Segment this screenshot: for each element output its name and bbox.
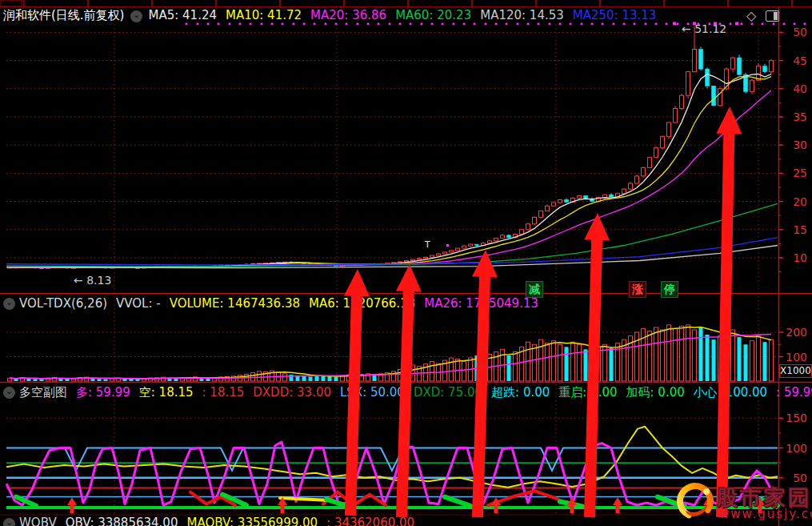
chart-signal-label: 停 (661, 281, 678, 298)
volume-header-item: MA26: 1775049.13 (424, 296, 538, 311)
axis-tick-label: 150 (780, 412, 807, 424)
title-bar: 润和软件(日线.前复权)MA5: 41.24MA10: 41.72MA20: 3… (3, 8, 674, 23)
axis-tick-label: 50 (780, 26, 807, 38)
obv-item: OBV: 33885634.00 (66, 516, 178, 526)
indicator-header-item: 小心: 100.00 (694, 385, 767, 400)
axis-tick-label: 35 (780, 110, 807, 123)
chart-signal-label: 涨 (629, 281, 646, 298)
indicator-panel-header: 多空副图多: 59.99空: 18.15: 18.15DXDD: 33.00LS… (19, 385, 812, 400)
indicator-header-item: : 18.15 (202, 385, 245, 400)
high-price-annotation: ← 51.12 (682, 22, 726, 35)
chevron-down-icon[interactable]: ⌄ (3, 518, 15, 526)
watermark: 股市家园 www.gusjy.com (674, 480, 812, 524)
axis-tick-label: 10 (780, 251, 807, 264)
indicator-header-item: 空: 18.15 (139, 385, 194, 400)
layout-panel-icon[interactable] (766, 10, 779, 22)
indicator-header-item: DXDD: 33.00 (253, 385, 331, 400)
indicator-header-item: DXD: 75.00 (414, 385, 482, 400)
axis-tick-label: 45 (780, 54, 807, 67)
trading-app-window: ⌄ 润和软件(日线.前复权)MA5: 41.24MA10: 41.72MA20:… (0, 0, 812, 526)
volume-header-item: VOL-TDX(6,26) (19, 296, 107, 311)
ma-value: MA250: 13.13 (573, 8, 657, 22)
watermark-logo-icon (674, 480, 716, 522)
obv-item: : 34362060.00 (326, 516, 414, 526)
axis-tick-label: 25 (780, 167, 807, 179)
text-layer: ⌄ 润和软件(日线.前复权)MA5: 41.24MA10: 41.72MA20:… (0, 0, 812, 526)
axis-tick-label: 30 (780, 139, 807, 151)
ma-value: MA60: 20.23 (395, 8, 471, 22)
volume-header-item: VOLUME: 1467436.38 (170, 296, 300, 311)
volume-unit-label: X1000 (779, 364, 812, 378)
ma-value: MA120: 14.53 (480, 8, 564, 22)
volume-header-item: VVOL: - (116, 296, 161, 311)
obv-item: MAOBV: 33556999.00 (186, 516, 318, 526)
obv-item: WOBV (19, 516, 57, 526)
indicator-header-item: : 59.99 (776, 385, 812, 400)
ma-values-row: MA5: 41.24MA10: 41.72MA20: 36.86MA60: 20… (148, 8, 665, 22)
axis-tick-label: 15 (780, 223, 807, 236)
indicator-header-item: 多: 59.99 (76, 385, 130, 400)
indicator-header-item: 重启: 0.00 (558, 385, 617, 400)
axis-tick-label: 200 (780, 326, 807, 339)
volume-header-item: MA6: 1620766.13 (309, 296, 415, 311)
indicator-header-item: LSX: 50.00 (340, 385, 405, 400)
obv-status-bar: WOBVOBV: 33885634.00MAOBV: 33556999.00: … (19, 516, 423, 526)
axis-tick-label: 40 (780, 82, 807, 95)
low-price-annotation: ← 8.13 (74, 274, 111, 287)
chart-signal-label: 减 (526, 281, 543, 298)
chevron-down-icon[interactable]: ⌄ (3, 387, 15, 399)
axis-tick-label: 20 (780, 195, 807, 208)
volume-panel-header: VOL-TDX(6,26)VVOL: -VOLUME: 1467436.38MA… (19, 296, 547, 311)
diamond-tool-icon[interactable]: ◇ (746, 8, 756, 23)
ma-value: MA10: 41.72 (226, 8, 302, 22)
indicator-header-item: 超跌: 0.00 (491, 385, 550, 400)
ma-value: MA5: 41.24 (148, 8, 217, 22)
indicator-header-item: 多空副图 (19, 385, 67, 400)
stock-title: 润和软件(日线.前复权) (3, 8, 124, 22)
watermark-site-url: www.gusjy.com (719, 507, 812, 521)
axis-tick-label: 100 (780, 351, 807, 363)
axis-tick-label: 100 (780, 442, 807, 455)
t-signal-marker: T (425, 239, 430, 250)
ma-value: MA20: 36.86 (310, 8, 386, 22)
indicator-header-item: 加码: 0.00 (626, 385, 685, 400)
chevron-down-icon[interactable]: ⌄ (3, 298, 15, 310)
